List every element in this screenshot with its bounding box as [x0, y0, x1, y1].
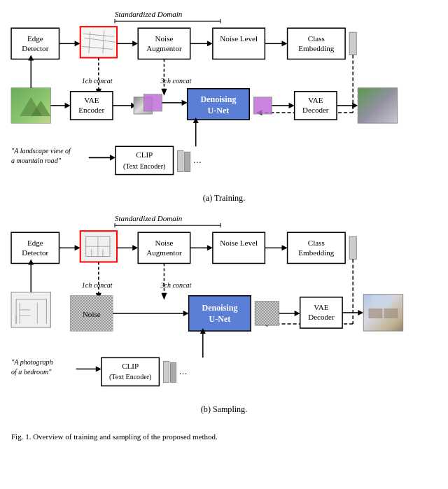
svg-rect-21 — [288, 28, 346, 59]
sampling-clip-label2: (Text Encoder) — [109, 372, 151, 381]
svg-rect-40 — [144, 94, 162, 111]
training-class-embed-label2: Embedding — [298, 44, 334, 52]
sampling-edge-detector-label: Edge — [27, 239, 43, 247]
svg-rect-15 — [138, 28, 190, 59]
sampling-prompt2: of a bedroom" — [11, 368, 52, 376]
training-clip-label2: (Text Encoder) — [123, 162, 165, 171]
svg-rect-92 — [11, 292, 50, 327]
training-prompt2: a mountain road" — [11, 157, 62, 164]
training-unet-label2: U-Net — [208, 106, 230, 115]
svg-rect-84 — [349, 236, 356, 259]
training-caption: (a) Training. — [203, 193, 245, 203]
sampling-svg: Standardized Domain Edge Detector — [6, 211, 442, 430]
svg-rect-83 — [288, 232, 346, 263]
figure-caption-text: Fig. 1. Overview of training and samplin… — [11, 432, 218, 441]
training-class-embed-label: Class — [308, 34, 325, 43]
training-edge-detector-label2: Detector — [22, 44, 48, 52]
sampling-edge-detector-label2: Detector — [22, 248, 48, 257]
svg-rect-50 — [358, 88, 397, 123]
svg-rect-4 — [11, 28, 59, 59]
svg-rect-66 — [11, 232, 59, 263]
svg-rect-77 — [138, 232, 190, 263]
training-1ch-label: 1ch concat — [82, 77, 113, 85]
svg-text:…: … — [193, 155, 202, 165]
training-vae-dec-label: VAE — [308, 96, 323, 104]
training-noise-level-label: Noise Level — [220, 34, 258, 43]
training-vae-dec-label2: Decoder — [302, 106, 329, 114]
sampling-class-embed-label2: Embedding — [298, 248, 334, 257]
sampling-noise-level-label: Noise Level — [220, 239, 258, 247]
svg-rect-80 — [213, 232, 265, 263]
sampling-vae-dec-label2: Decoder — [308, 313, 335, 321]
svg-rect-110 — [189, 296, 251, 331]
sampling-noise-label: Noise — [83, 310, 101, 318]
svg-rect-124 — [163, 361, 169, 382]
svg-rect-58 — [185, 152, 190, 171]
svg-rect-118 — [368, 309, 382, 318]
main-container: Standardized Domain Edge Detector — [0, 0, 448, 451]
figure-caption: Fig. 1. Overview of training and samplin… — [6, 430, 442, 444]
svg-rect-125 — [171, 362, 176, 382]
training-noise-aug-label2: Augmentor — [146, 44, 182, 52]
training-vae-enc-label: VAE — [84, 96, 99, 104]
training-noise-aug-label: Noise — [155, 34, 174, 43]
training-edge-detector-label: Edge — [27, 34, 43, 43]
svg-rect-111 — [255, 302, 279, 325]
training-clip-label: CLIP — [136, 150, 153, 159]
training-section: Standardized Domain Edge Detector — [6, 7, 442, 211]
training-prompt: "A landscape view of — [11, 147, 71, 155]
sampling-unet-label2: U-Net — [209, 314, 231, 324]
sampling-noise-aug-label: Noise — [155, 239, 174, 247]
svg-rect-119 — [384, 309, 398, 318]
svg-rect-44 — [253, 97, 272, 114]
sampling-1ch-label: 1ch concat — [82, 281, 113, 289]
svg-rect-7 — [80, 27, 117, 57]
sampling-clip-label: CLIP — [122, 362, 139, 370]
training-vae-enc-label2: Encoder — [78, 106, 104, 114]
training-domain-label: Standardized Domain — [115, 10, 183, 18]
svg-rect-120 — [372, 296, 391, 307]
sampling-domain-label: Standardized Domain — [115, 214, 183, 222]
sampling-unet-label: Denoising — [202, 303, 237, 313]
svg-rect-22 — [349, 32, 356, 55]
sampling-prompt: "A photograph — [11, 358, 53, 366]
training-svg: Standardized Domain Edge Detector — [6, 7, 442, 211]
svg-rect-57 — [178, 150, 183, 171]
training-unet-label: Denoising — [200, 94, 236, 104]
sampling-vae-dec-label: VAE — [314, 303, 329, 311]
svg-rect-18 — [213, 28, 265, 59]
sampling-caption: (b) Sampling. — [201, 404, 247, 414]
sampling-section: Standardized Domain Edge Detector — [6, 211, 442, 430]
sampling-class-embed-label: Class — [308, 239, 325, 247]
sampling-noise-aug-label2: Augmentor — [146, 248, 182, 257]
svg-text:…: … — [179, 367, 188, 376]
